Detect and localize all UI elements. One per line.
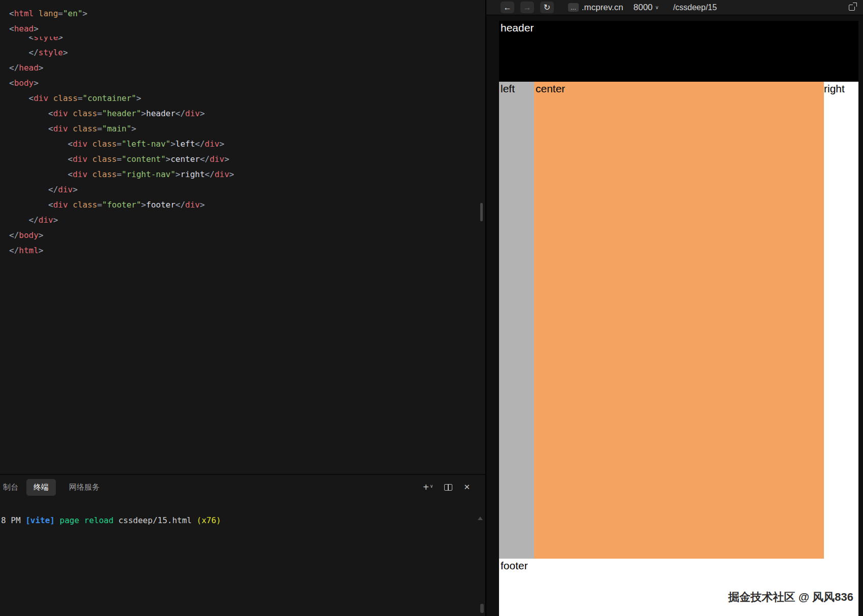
code-line: </style> xyxy=(0,45,478,60)
open-external-icon[interactable] xyxy=(849,5,855,11)
chevron-down-icon: ∨ xyxy=(655,5,659,10)
page-right-nav: right xyxy=(824,82,858,559)
code-line: <div class="header">header</div> xyxy=(0,106,478,121)
editor-pane: <html lang="en"><head> <style> </style><… xyxy=(0,0,486,616)
page-header: header xyxy=(499,21,858,82)
code-line: </body> xyxy=(0,228,478,243)
rendered-page: header left center right footer 掘金技术社区 @… xyxy=(499,21,858,616)
attribution-watermark: 掘金技术社区 @ 风风836 xyxy=(728,590,853,605)
browser-toolbar: ← → ↻ ... .mcprev.cn 8000 ∨ /cssdeep/15 xyxy=(486,0,863,15)
reload-button[interactable]: ↻ xyxy=(540,2,554,13)
chevron-down-icon: ∨ xyxy=(430,482,434,491)
url-ellipsis-chip: ... xyxy=(568,3,579,12)
scroll-marker xyxy=(478,517,483,520)
split-terminal-icon[interactable] xyxy=(444,484,452,491)
url-bar[interactable]: ... .mcprev.cn 8000 ∨ /cssdeep/15 xyxy=(568,3,717,13)
terminal-output[interactable]: 8 PM [vite] page reload cssdeep/15.html … xyxy=(0,499,485,525)
url-domain: .mcprev.cn xyxy=(582,3,623,13)
page-content: center xyxy=(534,82,824,559)
terminal-line: 8 PM [vite] page reload cssdeep/15.html … xyxy=(1,516,485,525)
plus-icon: + xyxy=(423,483,429,492)
page-left-nav: left xyxy=(499,82,534,559)
url-path: /cssdeep/15 xyxy=(673,3,717,12)
code-editor[interactable]: <html lang="en"><head> <style> </style><… xyxy=(0,6,478,473)
code-line: <div class="container"> xyxy=(0,91,478,106)
code-line: <html lang="en"> xyxy=(0,6,478,21)
port-select[interactable]: 8000 ∨ xyxy=(634,3,659,13)
code-line: <div class="left-nav">left</div> xyxy=(0,136,478,152)
terminal-panel: 制台 终端 网络服务 + ∨ ✕ 8 PM [vite] page reload… xyxy=(0,474,485,616)
forward-button[interactable]: → xyxy=(520,2,534,13)
code-line: <div class="right-nav">right</div> xyxy=(0,167,478,182)
footer-label: footer xyxy=(501,560,528,571)
code-line: <style> xyxy=(0,37,478,45)
tab-terminal[interactable]: 终端 xyxy=(26,479,56,496)
tab-console[interactable]: 制台 xyxy=(2,479,20,496)
app-window: <html lang="en"><head> <style> </style><… xyxy=(0,0,863,616)
code-line: </html> xyxy=(0,243,478,258)
back-button[interactable]: ← xyxy=(501,2,514,13)
editor-scrollbar[interactable] xyxy=(480,203,483,221)
page-footer: footer 掘金技术社区 @ 风风836 xyxy=(499,559,858,616)
code-line: </head> xyxy=(0,60,478,76)
page-viewport[interactable]: header left center right footer 掘金技术社区 @… xyxy=(499,21,858,616)
code-line: <div class="main"> xyxy=(0,121,478,136)
panel-tabbar: 制台 终端 网络服务 + ∨ ✕ xyxy=(0,475,485,499)
code-line: <head> xyxy=(0,21,478,37)
panel-actions: + ∨ ✕ xyxy=(423,483,470,492)
close-panel-icon[interactable]: ✕ xyxy=(463,483,470,492)
code-line: </div> xyxy=(0,182,478,197)
code-line: </div> xyxy=(0,213,478,228)
page-main: left center right xyxy=(499,82,858,559)
browser-preview-pane: ← → ↻ ... .mcprev.cn 8000 ∨ /cssdeep/15 … xyxy=(486,0,863,616)
code-line: <div class="content">center</div> xyxy=(0,152,478,167)
port-value: 8000 xyxy=(634,3,653,13)
terminal-scrollbar[interactable] xyxy=(480,604,484,613)
tab-network-services[interactable]: 网络服务 xyxy=(62,479,107,496)
code-line: <body> xyxy=(0,76,478,91)
new-terminal-button[interactable]: + ∨ xyxy=(423,483,433,492)
code-lines: <html lang="en"><head> <style> </style><… xyxy=(0,6,478,258)
code-line: <div class="footer">footer</div> xyxy=(0,197,478,213)
